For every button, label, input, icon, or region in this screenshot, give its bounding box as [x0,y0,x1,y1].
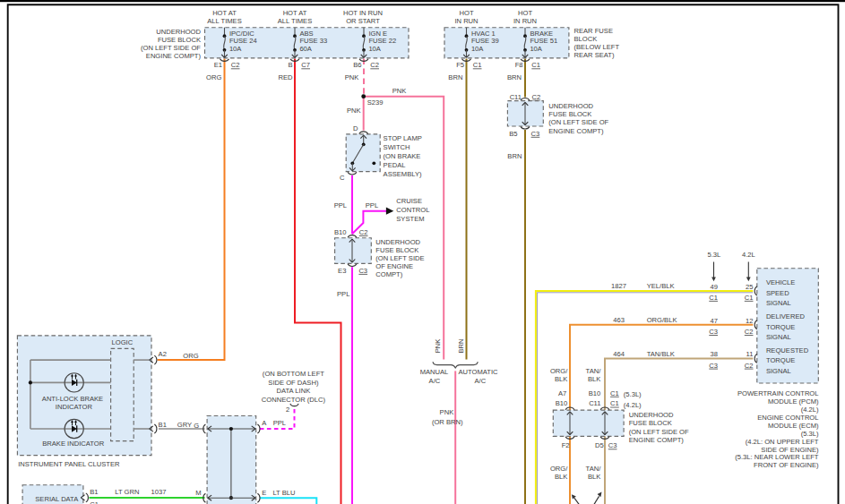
svg-text:B10: B10 [589,389,601,397]
svg-text:PNK: PNK [347,107,361,115]
svg-text:ORG/BLK: ORG/BLK [647,316,677,324]
svg-text:BRN: BRN [507,73,522,81]
svg-text:S239: S239 [367,98,384,107]
svg-text:TAN/: TAN/ [586,367,602,375]
svg-text:(ON LEFT SIDE OF: (ON LEFT SIDE OF [548,118,608,126]
svg-text:REAR SEAT): REAR SEAT) [574,51,615,59]
svg-text:MODULE (PCM): MODULE (PCM) [768,397,819,406]
svg-text:IN RUN: IN RUN [454,17,478,25]
svg-text:M: M [195,489,201,497]
svg-text:C2: C2 [359,228,368,236]
svg-text:SIGNAL: SIGNAL [766,367,791,375]
svg-text:F5: F5 [456,61,464,69]
svg-text:(BELOW LEFT: (BELOW LEFT [574,43,620,51]
svg-text:BLK: BLK [555,473,567,481]
svg-text:HOT: HOT [518,9,532,17]
svg-text:C1: C1 [610,389,619,397]
svg-text:RED: RED [278,73,293,81]
svg-text:UNDERHOOD: UNDERHOOD [375,238,420,246]
svg-text:E3: E3 [338,267,346,275]
svg-text:C1: C1 [473,61,482,69]
svg-text:B6: B6 [353,61,361,69]
svg-text:TORQUE: TORQUE [766,323,795,331]
svg-text:SIGNAL: SIGNAL [766,333,791,341]
svg-text:10A: 10A [471,45,484,53]
svg-text:C3: C3 [531,130,540,138]
svg-text:B1: B1 [90,488,98,496]
svg-text:(5.3L): (5.3L) [801,430,819,438]
svg-text:REAR FUSE: REAR FUSE [574,27,613,35]
svg-text:PPL: PPL [273,419,286,427]
svg-text:47: 47 [711,317,718,325]
svg-text:C7: C7 [301,61,310,69]
svg-text:MANUAL: MANUAL [420,368,449,376]
svg-text:FUSE BLOCK: FUSE BLOCK [375,246,418,254]
svg-text:IN RUN: IN RUN [513,17,537,25]
svg-text:YEL/BLK: YEL/BLK [647,282,675,290]
svg-text:ORG: ORG [206,73,221,81]
svg-text:ALL TIMES: ALL TIMES [207,17,241,25]
svg-text:SIDE OF ENGINE): SIDE OF ENGINE) [761,446,819,454]
svg-text:1037: 1037 [151,488,167,496]
svg-text:POWERTRAIN CONTROL: POWERTRAIN CONTROL [737,389,819,397]
svg-text:MODULE (ECM): MODULE (ECM) [768,422,819,430]
svg-text:C3: C3 [608,441,617,449]
svg-text:38: 38 [711,350,718,358]
svg-text:F8: F8 [515,61,523,69]
svg-text:D: D [353,124,358,132]
svg-text:HOT AT: HOT AT [283,9,307,17]
svg-text:(ON LEFT SIDE: (ON LEFT SIDE [375,254,424,262]
svg-text:AUTOMATIC: AUTOMATIC [458,368,498,376]
svg-text:INSTRUMENT PANEL CLUSTER: INSTRUMENT PANEL CLUSTER [18,460,120,468]
svg-text:(ON BRAKE: (ON BRAKE [384,152,421,160]
svg-text:FUSE BLOCK: FUSE BLOCK [158,36,201,44]
svg-text:60A: 60A [299,45,312,53]
svg-text:SIDE OF DASH): SIDE OF DASH) [268,379,319,387]
svg-text:D5: D5 [595,441,604,449]
svg-text:REQUESTED: REQUESTED [766,346,809,355]
svg-text:CONNECTOR (DLC): CONNECTOR (DLC) [262,396,326,404]
svg-text:LT BLU: LT BLU [272,489,295,497]
svg-text:A2: A2 [159,350,167,358]
svg-text:C1: C1 [745,294,754,302]
svg-text:C3: C3 [709,362,718,370]
svg-text:C1: C1 [531,61,540,69]
svg-text:ANTI-LOCK BRAKE: ANTI-LOCK BRAKE [42,395,103,403]
svg-text:25: 25 [746,283,753,291]
svg-text:C2: C2 [231,61,240,69]
svg-text:ORG/: ORG/ [550,367,568,375]
svg-text:B10: B10 [334,228,347,236]
svg-text:BRN: BRN [457,338,465,353]
svg-text:C1: C1 [610,399,619,407]
svg-text:LT GRN: LT GRN [115,488,139,496]
svg-text:CRUISE: CRUISE [396,197,422,205]
svg-text:UNDERHOOD: UNDERHOOD [548,102,593,110]
svg-text:BRN: BRN [507,152,522,160]
svg-text:BRN: BRN [448,73,462,81]
svg-text:ORG: ORG [183,352,198,360]
svg-text:C1: C1 [709,294,718,302]
svg-text:DATA LINK: DATA LINK [277,387,311,395]
svg-text:HOT IN RUN: HOT IN RUN [343,9,383,17]
svg-text:(4.2L): (4.2L) [801,406,819,414]
svg-text:LOGIC: LOGIC [112,338,134,346]
svg-text:PPL: PPL [334,201,347,209]
svg-text:C2: C2 [745,328,754,336]
svg-text:E: E [262,489,266,497]
svg-text:TORQUE: TORQUE [766,356,795,364]
svg-text:A7: A7 [558,389,566,397]
svg-text:PEDAL: PEDAL [384,161,406,169]
svg-text:5.3L: 5.3L [707,251,720,259]
svg-text:SERIAL DATA: SERIAL DATA [35,495,79,503]
svg-text:C3: C3 [709,328,718,336]
svg-text:G: G [194,422,199,430]
svg-text:C11: C11 [589,399,600,407]
svg-text:PPL: PPL [366,201,378,209]
svg-text:INDICATOR: INDICATOR [56,403,93,411]
svg-text:ENGINE COMPT): ENGINE COMPT) [629,436,685,444]
svg-text:4.2L: 4.2L [742,251,755,259]
svg-text:FUSE BLOCK: FUSE BLOCK [629,419,672,427]
svg-text:OF ENGINE: OF ENGINE [375,262,413,270]
svg-text:B10: B10 [556,399,568,407]
svg-text:C11: C11 [510,93,522,101]
